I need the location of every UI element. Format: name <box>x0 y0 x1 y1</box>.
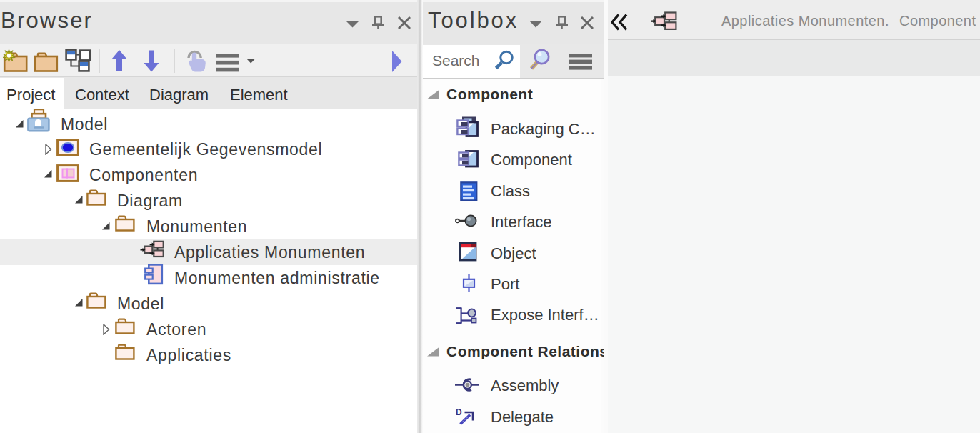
svg-text:D: D <box>456 407 462 417</box>
